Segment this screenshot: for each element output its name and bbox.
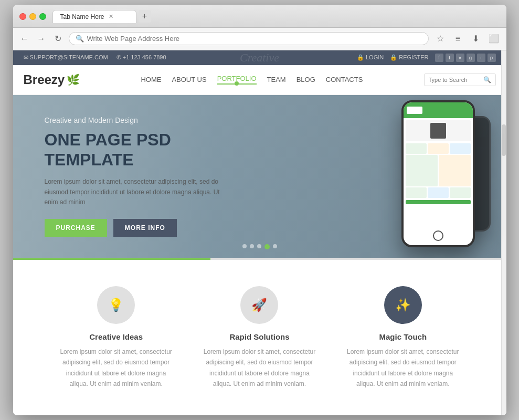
bookmark-icon[interactable]: ☆ xyxy=(433,32,448,46)
phone-screen-content xyxy=(404,118,473,245)
feature-magic-touch: ✨ Magic Touch Lorem ipsum dolor sit amet… xyxy=(345,286,461,390)
topbar-email: ✉ SUPPORT@SITENAME.COM xyxy=(24,54,108,61)
phone-block-8 xyxy=(450,187,471,198)
phone-home-button xyxy=(433,230,443,241)
phone-hero-person xyxy=(430,123,446,139)
download-icon[interactable]: ⬇ xyxy=(469,32,483,46)
carousel-dot-5[interactable] xyxy=(273,244,277,248)
search-icon[interactable]: 🔍 xyxy=(483,76,491,83)
nav-links: HOME ABOUT US PORTFOLIO TEAM BLOG CONTAC… xyxy=(141,75,363,85)
more-info-button[interactable]: MORE INFO xyxy=(113,219,177,237)
topbar-right: 🔒 LOGIN 🔒 REGISTER f t v g i p xyxy=(357,54,496,62)
phone-content-row-3 xyxy=(406,187,471,198)
new-tab-button[interactable]: + xyxy=(139,10,151,23)
website-content: ✉ SUPPORT@SITENAME.COM ✆ +1 123 456 7890… xyxy=(13,50,506,416)
phone-main xyxy=(401,100,475,247)
carousel-dot-3[interactable] xyxy=(257,244,261,248)
tab-bar: Tab Name Here ✕ + xyxy=(52,10,500,23)
traffic-lights xyxy=(19,13,46,20)
logo-leaf-icon: 🌿 xyxy=(67,74,80,86)
instagram-icon[interactable]: i xyxy=(477,54,485,62)
googleplus-icon[interactable]: g xyxy=(467,54,475,62)
address-bar[interactable]: 🔍 xyxy=(69,32,429,45)
features-section: 💡 Creative Ideas Lorem ipsum dolor sit a… xyxy=(13,260,506,416)
phone-block-6 xyxy=(406,187,427,198)
nav-search[interactable]: 🔍 xyxy=(424,74,496,86)
hero-description: Lorem ipsum dolor sit amet, consectetur … xyxy=(45,177,234,207)
phone-mockup xyxy=(401,100,475,249)
hero-content: Creative and Modern Design ONE PAGE PSD … xyxy=(13,95,286,258)
nav-active-indicator xyxy=(235,81,239,86)
minimize-button[interactable] xyxy=(29,13,36,20)
nav-team[interactable]: TEAM xyxy=(267,76,286,83)
logo-text: Breezy xyxy=(24,72,65,87)
phone-block-7 xyxy=(428,187,449,198)
facebook-icon[interactable]: f xyxy=(435,54,443,62)
search-input[interactable] xyxy=(429,77,481,83)
carousel-dot-2[interactable] xyxy=(250,244,254,248)
active-tab[interactable]: Tab Name Here ✕ xyxy=(52,10,136,23)
carousel-dot-4[interactable] xyxy=(264,244,270,249)
hero-subtitle: Creative and Modern Design xyxy=(45,116,255,124)
pinterest-icon[interactable]: p xyxy=(488,54,496,62)
phone-content-row-2 xyxy=(406,155,471,186)
nav-blog[interactable]: BLOG xyxy=(296,76,315,83)
maximize-button[interactable] xyxy=(39,13,46,20)
main-nav: Breezy 🌿 HOME ABOUT US PORTFOLIO TEAM BL… xyxy=(13,65,506,95)
phone-block-2 xyxy=(428,143,449,154)
phone-screen-inner xyxy=(404,102,473,245)
logo: Breezy 🌿 xyxy=(24,72,80,87)
close-button[interactable] xyxy=(19,13,26,20)
scrollbar[interactable] xyxy=(501,50,506,416)
rapid-solutions-desc: Lorem ipsum dolor sit amet, consectetur … xyxy=(202,346,317,390)
social-icons: f t v g i p xyxy=(435,54,496,62)
login-link[interactable]: 🔒 LOGIN xyxy=(357,54,384,61)
phone-progress-bar xyxy=(406,200,471,204)
vimeo-icon[interactable]: v xyxy=(456,54,464,62)
hero-section: Creative and Modern Design ONE PAGE PSD … xyxy=(13,95,506,258)
rapid-solutions-title: Rapid Solutions xyxy=(202,332,317,341)
register-link[interactable]: 🔒 REGISTER xyxy=(390,54,428,61)
creative-ideas-title: Creative Ideas xyxy=(58,332,174,341)
purchase-button[interactable]: PURCHASE xyxy=(45,219,107,237)
feature-creative-ideas: 💡 Creative Ideas Lorem ipsum dolor sit a… xyxy=(58,286,174,390)
refresh-button[interactable]: ↻ xyxy=(52,33,65,45)
tab-close-icon[interactable]: ✕ xyxy=(109,13,113,20)
hero-buttons: PURCHASE MORE INFO xyxy=(45,219,255,237)
rocket-icon: 🚀 xyxy=(251,298,267,312)
phone-content-row-1 xyxy=(406,143,471,154)
creative-ideas-desc: Lorem ipsum dolor sit amet, consectetur … xyxy=(58,346,174,390)
forward-button[interactable]: → xyxy=(35,33,48,45)
lightbulb-icon: 💡 xyxy=(108,298,124,312)
magic-wand-icon: ✨ xyxy=(395,298,411,312)
scrollbar-thumb[interactable] xyxy=(502,124,506,156)
browser-window: Tab Name Here ✕ + ← → ↻ 🔍 ☆ ≡ ⬇ ⬜ ✉ SUPP… xyxy=(13,5,506,416)
toolbar-actions: ☆ ≡ ⬇ ⬜ xyxy=(433,32,501,46)
topbar-left: ✉ SUPPORT@SITENAME.COM ✆ +1 123 456 7890 xyxy=(24,54,166,61)
back-button[interactable]: ← xyxy=(18,33,31,45)
phone-logo xyxy=(407,107,422,114)
creative-ideas-icon-wrapper: 💡 xyxy=(97,286,135,324)
phone-block-3 xyxy=(450,143,471,154)
feature-rapid-solutions: 🚀 Rapid Solutions Lorem ipsum dolor sit … xyxy=(202,286,317,390)
hero-title: ONE PAGE PSD TEMPLATE xyxy=(45,130,255,170)
address-input[interactable] xyxy=(87,35,422,43)
nav-home[interactable]: HOME xyxy=(141,76,161,83)
nav-contacts[interactable]: CONTACTS xyxy=(326,76,363,83)
topbar-phone: ✆ +1 123 456 7890 xyxy=(116,54,166,61)
carousel-dot-1[interactable] xyxy=(242,244,247,248)
phone-block-5 xyxy=(439,155,471,186)
website-wrapper: ✉ SUPPORT@SITENAME.COM ✆ +1 123 456 7890… xyxy=(13,50,506,416)
menu-icon[interactable]: ≡ xyxy=(451,32,465,46)
tab-label: Tab Name Here xyxy=(60,13,104,20)
magic-touch-icon-wrapper: ✨ xyxy=(384,286,422,324)
twitter-icon[interactable]: t xyxy=(446,54,454,62)
browser-toolbar: ← → ↻ 🔍 ☆ ≡ ⬇ ⬜ xyxy=(13,28,506,50)
topbar-watermark: Creative xyxy=(240,51,279,65)
phone-block-4 xyxy=(406,155,438,186)
nav-portfolio[interactable]: PORTFOLIO xyxy=(217,75,257,85)
nav-about[interactable]: ABOUT US xyxy=(172,76,206,83)
fullscreen-icon[interactable]: ⬜ xyxy=(486,32,501,46)
rapid-solutions-icon-wrapper: 🚀 xyxy=(240,286,278,324)
phone-hero-area xyxy=(406,120,471,141)
